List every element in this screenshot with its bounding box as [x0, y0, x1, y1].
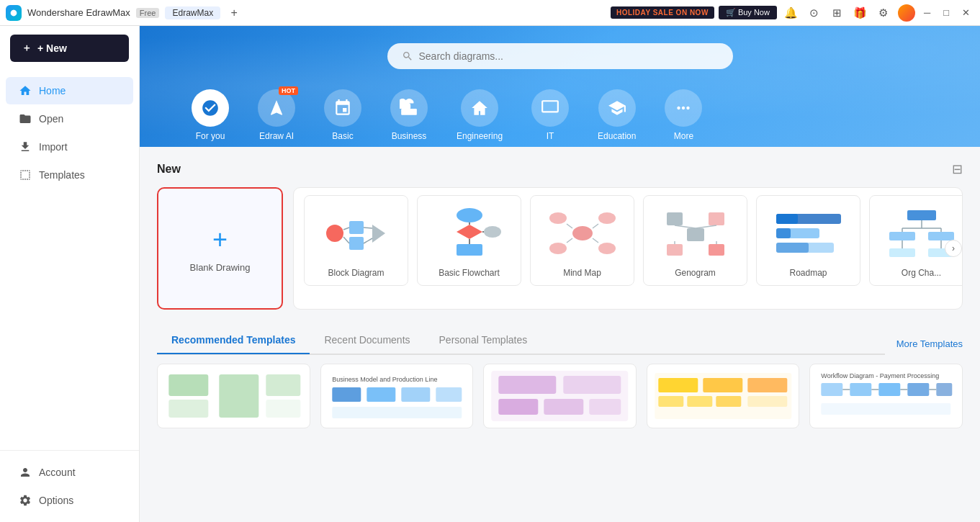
settings-icon[interactable]: ⚙ [873, 3, 894, 23]
cat-label-engineering: Engineering [457, 131, 503, 141]
svg-rect-57 [266, 400, 300, 418]
svg-line-24 [593, 224, 598, 228]
minimize-button[interactable]: ─ [920, 6, 935, 19]
template-card-roadmap[interactable]: Roadmap [756, 195, 860, 286]
rec-tab-personal[interactable]: Personal Templates [425, 327, 542, 354]
svg-line-32 [675, 225, 696, 228]
search-input[interactable] [419, 50, 719, 62]
gift-icon[interactable]: 🎁 [850, 3, 871, 23]
cat-tab-for-you[interactable]: For you [177, 84, 243, 147]
diagram-cards: + Blank Drawing [157, 187, 963, 310]
template-card-mind-map[interactable]: Mind Map [530, 195, 634, 286]
sidebar-item-home[interactable]: Home [6, 77, 133, 104]
buy-now-button[interactable]: 🛒 Buy Now [719, 6, 777, 19]
cat-tab-engineering[interactable]: Engineering [442, 84, 517, 147]
svg-rect-79 [822, 383, 843, 396]
svg-rect-28 [709, 212, 724, 225]
options-icon [19, 494, 32, 507]
svg-rect-65 [498, 376, 556, 394]
svg-line-7 [343, 228, 349, 230]
svg-rect-56 [266, 374, 300, 396]
search-icon [402, 50, 413, 62]
home-icon [19, 84, 32, 97]
maximize-button[interactable]: □ [939, 6, 953, 19]
education-icon-wrap [598, 89, 636, 127]
help-icon[interactable]: ⊙ [804, 3, 824, 23]
basic-flowchart-icon [433, 204, 505, 262]
new-section: New ⊟ + Blank Drawing [140, 147, 980, 324]
svg-line-8 [343, 237, 349, 243]
cat-tab-more[interactable]: More [650, 84, 716, 147]
svg-rect-27 [667, 212, 683, 225]
sidebar-item-account[interactable]: Account [6, 459, 133, 486]
user-avatar[interactable] [898, 4, 915, 22]
blank-plus-icon: + [212, 225, 228, 255]
template-card-basic-flowchart[interactable]: Basic Flowchart [417, 195, 521, 286]
cards-next-arrow[interactable]: › [945, 240, 962, 257]
svg-rect-62 [436, 387, 462, 402]
genogram-label: Genogram [675, 268, 716, 278]
svg-rect-73 [687, 396, 712, 407]
cat-tab-edraw-ai[interactable]: HOT Edraw AI [243, 84, 310, 147]
sidebar-item-options[interactable]: Options [6, 487, 133, 514]
sidebar-item-open[interactable]: Open [6, 105, 133, 132]
svg-point-19 [549, 212, 567, 224]
options-label: Options [39, 495, 73, 506]
svg-line-10 [364, 238, 372, 243]
business-icon-wrap [390, 89, 428, 127]
cat-tab-basic[interactable]: Basic [310, 84, 376, 147]
svg-line-25 [593, 238, 598, 243]
sidebar-import-label: Import [39, 141, 68, 153]
templates-icon [19, 168, 32, 181]
svg-rect-61 [401, 387, 430, 402]
app-tier-badge: Free [136, 8, 160, 18]
close-button[interactable]: ✕ [958, 6, 974, 19]
svg-rect-43 [889, 232, 915, 240]
it-icon [541, 99, 559, 117]
mind-map-label: Mind Map [563, 268, 601, 278]
titlebar-right: HOLIDAY SALE ON NOW 🛒 Buy Now 🔔 ⊙ ⊞ 🎁 ⚙ … [611, 3, 974, 23]
svg-rect-39 [776, 214, 798, 224]
cat-label-for-you: For you [196, 131, 225, 141]
rec-tab-recent[interactable]: Recent Documents [310, 327, 424, 354]
sidebar-item-import[interactable]: Import [6, 133, 133, 161]
add-tab-button[interactable]: + [226, 5, 242, 21]
new-label: + New [37, 42, 67, 54]
apps-icon[interactable]: ⊞ [827, 3, 848, 23]
basic-icon-wrap [324, 89, 361, 127]
notification-icon[interactable]: 🔔 [781, 3, 801, 23]
more-templates-link[interactable]: More Templates [896, 338, 963, 355]
rec-card-1[interactable] [157, 364, 310, 428]
svg-rect-30 [667, 244, 683, 256]
content-area: For you HOT Edraw AI Basic [140, 26, 980, 522]
banner: For you HOT Edraw AI Basic [140, 26, 980, 147]
blank-drawing-card[interactable]: + Blank Drawing [157, 187, 283, 310]
rec-tab-personal-label: Personal Templates [439, 334, 528, 346]
blank-drawing-label: Blank Drawing [190, 262, 251, 273]
new-button[interactable]: ＋ + New [10, 35, 129, 62]
rec-card-2[interactable]: Business Model and Production Line [320, 364, 474, 428]
open-icon [19, 112, 32, 125]
titlebar-left: Wondershare EdrawMax Free EdrawMax + [6, 5, 242, 21]
cat-tab-business[interactable]: Business [376, 84, 442, 147]
rec-card-3[interactable] [483, 364, 637, 428]
sidebar-nav: Home Open Import Templates [0, 71, 139, 450]
rec-tab-recommended[interactable]: Recommended Templates [157, 327, 310, 354]
svg-rect-75 [747, 378, 787, 392]
svg-line-23 [567, 224, 572, 228]
svg-rect-74 [703, 378, 742, 392]
sidebar-item-templates[interactable]: Templates [6, 161, 133, 189]
section-settings-icon[interactable]: ⊟ [952, 161, 963, 177]
app-tab[interactable]: EdrawMax [165, 6, 220, 19]
cat-tab-education[interactable]: Education [583, 84, 650, 147]
rec-card-5[interactable]: Workflow Diagram - Payment Processing [809, 364, 963, 428]
cat-tab-it[interactable]: IT [517, 84, 583, 147]
rec-card-4[interactable] [647, 364, 800, 428]
roadmap-icon [773, 204, 845, 262]
svg-point-16 [484, 226, 501, 238]
template-card-genogram[interactable]: Genogram [643, 195, 747, 286]
search-bar[interactable] [387, 43, 733, 69]
template-card-block-diagram[interactable]: Block Diagram [304, 195, 408, 286]
svg-rect-68 [544, 399, 583, 415]
svg-rect-72 [658, 396, 683, 407]
